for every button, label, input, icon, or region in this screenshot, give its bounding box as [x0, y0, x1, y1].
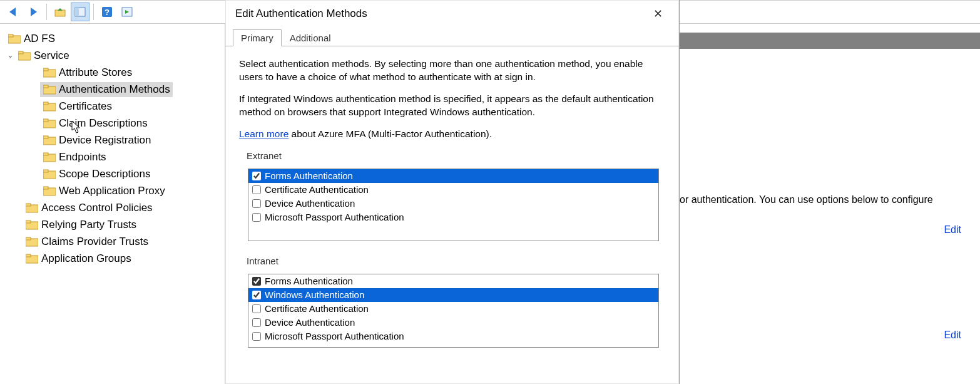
tab-additional[interactable]: Additional [282, 29, 339, 46]
intranet-listbox[interactable]: Forms AuthenticationWindows Authenticati… [248, 274, 659, 348]
folder-icon [43, 135, 56, 146]
svg-rect-15 [43, 102, 48, 105]
tree-label: Relying Party Trusts [41, 219, 136, 231]
tree-label: Authentication Methods [59, 83, 170, 96]
tree-item[interactable]: Device Registration [3, 132, 222, 148]
folder-icon [43, 84, 56, 95]
dialog-title: Edit Authentication Methods [235, 8, 367, 20]
svg-rect-21 [43, 153, 48, 155]
tree-item[interactable]: Scope Descriptions [3, 165, 222, 182]
svg-rect-25 [43, 187, 48, 189]
option-label: Certificate Authentication [265, 303, 656, 315]
tree-item[interactable]: Access Control Policies [3, 199, 222, 216]
back-button[interactable] [4, 3, 23, 21]
option-checkbox[interactable] [252, 172, 261, 180]
folder-icon [43, 118, 56, 129]
svg-rect-2 [75, 8, 79, 16]
learn-more-link[interactable]: Learn more [239, 128, 288, 139]
tree-item-selected[interactable]: Authentication Methods [3, 81, 222, 98]
tree-root[interactable]: AD FS [3, 30, 222, 47]
tabstrip: Primary Additional [225, 28, 679, 46]
listbox-option[interactable]: Forms Authentication [248, 274, 658, 288]
option-checkbox[interactable] [252, 332, 261, 341]
tree-item[interactable]: Attribute Stores [3, 64, 222, 81]
option-checkbox[interactable] [252, 304, 261, 313]
listbox-option[interactable]: Device Authentication [248, 197, 658, 210]
tree-item[interactable]: Claim Descriptions [3, 115, 222, 132]
svg-rect-17 [43, 119, 48, 122]
extranet-listbox[interactable]: Forms AuthenticationCertificate Authenti… [248, 169, 659, 241]
tree-label: Claims Provider Trusts [41, 236, 148, 248]
option-checkbox[interactable] [252, 318, 261, 327]
folder-icon [25, 219, 39, 231]
forward-button[interactable] [24, 3, 43, 21]
listbox-option[interactable]: Microsoft Passport Authentication [248, 330, 658, 343]
dialog-paragraph: If Integrated Windows authentication met… [239, 93, 668, 119]
edit-link[interactable]: Edit [944, 330, 961, 341]
edit-auth-dialog: Edit Authentication Methods ✕ Primary Ad… [225, 0, 680, 384]
svg-rect-33 [26, 254, 31, 257]
help-button[interactable]: ? [98, 3, 116, 21]
svg-rect-19 [43, 136, 48, 138]
dialog-titlebar: Edit Authentication Methods ✕ [225, 0, 679, 28]
show-hide-tree-button[interactable] [71, 3, 89, 21]
folder-icon [25, 236, 39, 247]
option-checkbox[interactable] [252, 185, 261, 194]
content-text: or authentication. You can use options b… [680, 194, 933, 205]
option-label: Device Authentication [265, 316, 656, 329]
svg-rect-7 [8, 34, 13, 37]
intranet-label: Intranet [247, 255, 668, 267]
svg-rect-13 [43, 85, 48, 88]
svg-rect-23 [43, 170, 48, 172]
extranet-label: Extranet [247, 150, 668, 162]
folder-icon [8, 33, 21, 44]
tree-item[interactable]: Endpoints [3, 148, 222, 165]
folder-icon [43, 101, 56, 112]
tab-primary[interactable]: Primary [233, 29, 282, 46]
svg-rect-31 [26, 237, 31, 240]
toolbar-separator [93, 4, 94, 20]
folder-icon [25, 253, 39, 264]
dialog-body: Select authentication methods. By select… [225, 46, 679, 348]
svg-rect-29 [26, 221, 31, 223]
listbox-option[interactable]: Certificate Authentication [248, 183, 658, 197]
tree-label: Service [34, 49, 69, 62]
listbox-option[interactable]: Forms Authentication [248, 169, 658, 183]
close-icon: ✕ [653, 7, 663, 21]
show-hide-action-button[interactable] [118, 3, 136, 21]
tree-item[interactable]: Claims Provider Trusts [3, 233, 222, 250]
dialog-paragraph: Learn more about Azure MFA (Multi-Factor… [239, 128, 668, 141]
up-folder-button[interactable] [51, 3, 69, 21]
option-label: Certificate Authentication [265, 184, 656, 196]
folder-icon [43, 67, 56, 78]
tree-node-service[interactable]: ⌄ Service [3, 47, 222, 64]
tree-label: Device Registration [59, 134, 151, 147]
tree-label: Application Groups [41, 252, 131, 265]
tree-item[interactable]: Relying Party Trusts [3, 216, 222, 233]
edit-link[interactable]: Edit [944, 224, 961, 236]
svg-rect-0 [55, 10, 65, 16]
expand-icon[interactable]: ⌄ [5, 51, 15, 60]
tree-label: Attribute Stores [59, 66, 132, 79]
option-label: Microsoft Passport Authentication [265, 330, 656, 343]
option-label: Forms Authentication [265, 275, 656, 288]
dialog-paragraph: Select authentication methods. By select… [239, 58, 668, 84]
tree-item[interactable]: Certificates [3, 98, 222, 115]
option-checkbox[interactable] [252, 213, 261, 222]
listbox-option[interactable]: Microsoft Passport Authentication [248, 210, 658, 224]
svg-rect-27 [26, 204, 31, 206]
option-checkbox[interactable] [252, 291, 261, 299]
listbox-option[interactable]: Certificate Authentication [248, 302, 658, 316]
option-checkbox[interactable] [252, 199, 261, 208]
folder-icon [18, 50, 31, 61]
option-checkbox[interactable] [252, 277, 261, 286]
option-label: Windows Authentication [265, 289, 656, 301]
option-label: Device Authentication [265, 197, 656, 210]
close-button[interactable]: ✕ [646, 3, 669, 25]
listbox-option[interactable]: Windows Authentication [248, 288, 658, 302]
tree-label: AD FS [24, 33, 55, 45]
tree-item[interactable]: Application Groups [3, 250, 222, 267]
folder-icon [25, 202, 39, 214]
listbox-option[interactable]: Device Authentication [248, 316, 658, 330]
tree-item[interactable]: Web Application Proxy [3, 182, 222, 199]
